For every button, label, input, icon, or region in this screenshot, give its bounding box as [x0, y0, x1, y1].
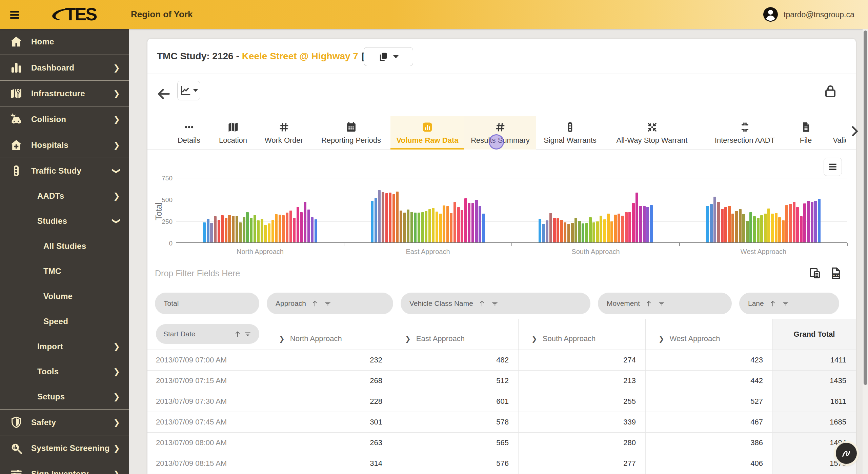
filter-icon	[658, 299, 666, 308]
bar	[468, 203, 470, 242]
tab-results-summary[interactable]: Results Summary	[464, 116, 536, 150]
pivot-field-total[interactable]: Total	[155, 293, 259, 314]
expand-chevron-icon[interactable]: ❯	[279, 335, 285, 343]
tabs-scroll-right-icon[interactable]	[848, 124, 861, 139]
bar	[757, 218, 760, 242]
pivot-filter-dropzone[interactable]: Drop Filter Fields Here XLSX	[147, 259, 856, 288]
tab-file[interactable]: File	[790, 116, 822, 150]
grand-total-header: Grand Total	[773, 319, 856, 350]
tab-all-way-stop-warrant[interactable]: All-Way Stop Warrant	[604, 116, 700, 150]
expand-chevron-icon[interactable]: ❯	[659, 335, 664, 343]
tab-location[interactable]: Location	[210, 116, 256, 150]
sidebar-item-sign-inventory[interactable]: Sign Inventory❯	[0, 461, 129, 474]
pivot-field-vehicle-class-name[interactable]: Vehicle Class Name	[401, 293, 590, 314]
sidebar-item-dashboard[interactable]: Dashboard❯	[0, 55, 129, 80]
sidebar-item-hospitals[interactable]: Hospitals❯	[0, 132, 129, 158]
scrollbar-thumb[interactable]	[864, 31, 867, 385]
bar	[603, 219, 606, 242]
sidebar-item-studies[interactable]: Studies❯	[0, 209, 129, 234]
pivot-field-lane[interactable]: Lane	[739, 293, 839, 314]
chart-plot-area	[176, 178, 847, 243]
bar	[275, 214, 278, 242]
sidebar-item-label: Collision	[31, 115, 66, 124]
cell-value: 467	[646, 412, 773, 432]
bar	[811, 202, 813, 242]
pivot-field-movement[interactable]: Movement	[598, 293, 732, 314]
sidebar-item-home[interactable]: Home	[0, 29, 129, 55]
sidebar-item-volume[interactable]: Volume	[0, 284, 129, 309]
bar	[300, 212, 303, 242]
bar-group-north-approach	[176, 178, 344, 242]
bar	[403, 213, 406, 242]
bar	[731, 214, 734, 242]
bar	[628, 212, 631, 242]
sidebar-item-label: Sign Inventory	[31, 469, 89, 474]
sidebar-item-tmc[interactable]: TMC	[0, 259, 129, 284]
export-xlsx-icon[interactable]: XLSX	[829, 266, 842, 280]
chevron-down-icon: ❯	[112, 218, 121, 224]
sidebar-item-tools[interactable]: Tools❯	[0, 359, 129, 384]
location-icon	[227, 121, 239, 133]
chart-menu-button[interactable]	[824, 158, 842, 176]
chevron-right-icon: ❯	[113, 392, 120, 401]
tab-details[interactable]: Details	[168, 116, 210, 150]
bar	[753, 216, 756, 242]
tab-validation[interactable]: Validation	[822, 116, 846, 150]
hamburger-menu-icon[interactable]	[9, 9, 20, 19]
details-icon	[183, 121, 195, 133]
chevron-right-icon: ❯	[113, 443, 120, 453]
tab-intersection-aadt[interactable]: Intersection AADT	[700, 116, 790, 150]
tab-work-order[interactable]: Work Order	[256, 116, 312, 150]
sidebar-item-aadts[interactable]: AADTs❯	[0, 183, 129, 209]
pivot-field-approach[interactable]: Approach	[267, 293, 393, 314]
bar	[646, 207, 649, 242]
sidebar-item-safety[interactable]: Safety❯	[0, 409, 129, 435]
copy-study-button[interactable]	[364, 47, 413, 66]
bar	[546, 220, 548, 242]
chart-type-button[interactable]	[177, 81, 200, 100]
bar	[585, 223, 588, 242]
bar	[453, 202, 456, 242]
sidebar-item-systemic-screening[interactable]: Systemic Screening❯	[0, 435, 129, 461]
svg-text:XLSX: XLSX	[832, 274, 840, 277]
sidebar-item-import[interactable]: Import❯	[0, 334, 129, 359]
sidebar-item-all-studies[interactable]: All Studies	[0, 234, 129, 259]
column-header-north-approach[interactable]: ❯North Approach	[266, 319, 392, 350]
cell-value: 277	[519, 453, 646, 474]
sort-up-icon	[311, 299, 319, 308]
column-header-south-approach[interactable]: ❯South Approach	[519, 319, 646, 350]
expand-chevron-icon[interactable]: ❯	[531, 335, 537, 343]
bar	[706, 206, 709, 242]
bar	[607, 214, 610, 242]
sidebar-item-setups[interactable]: Setups❯	[0, 384, 129, 409]
chevron-right-icon: ❯	[113, 367, 120, 376]
tab-reporting-periods[interactable]: Reporting Periods	[312, 116, 390, 150]
cell-value: 386	[646, 433, 773, 453]
lock-icon[interactable]	[823, 83, 838, 99]
assistant-fab-button[interactable]	[836, 443, 857, 464]
sidebar-item-label: Studies	[37, 216, 67, 226]
column-header-west-approach[interactable]: ❯West Approach	[646, 319, 773, 350]
bar	[800, 216, 803, 242]
sidebar-item-label: Volume	[43, 292, 73, 301]
user-email[interactable]: tpardo@tnsgroup.ca	[784, 10, 854, 19]
y-tick-label: 0	[152, 240, 173, 247]
pivot-field-start-date[interactable]: Start Date	[156, 324, 259, 344]
title-prefix: TMC Study: 2126 -	[157, 51, 239, 61]
sidebar-item-speed[interactable]: Speed	[0, 309, 129, 334]
bar	[596, 221, 599, 242]
export-copy-icon[interactable]	[808, 266, 822, 280]
tab-volume-raw-data[interactable]: Volume Raw Data	[390, 116, 464, 150]
bar	[739, 209, 742, 242]
column-header-east-approach[interactable]: ❯East Approach	[392, 319, 519, 350]
sidebar-item-traffic-study[interactable]: Traffic Study❯	[0, 158, 129, 183]
bar-group-east-approach	[344, 178, 512, 242]
bar	[567, 224, 570, 242]
back-button[interactable]	[156, 86, 171, 102]
sidebar-item-infrastructure[interactable]: Infrastructure❯	[0, 80, 129, 106]
tab-signal-warrants[interactable]: Signal Warrants	[536, 116, 604, 150]
bar	[571, 223, 574, 242]
user-avatar-icon[interactable]	[763, 7, 778, 22]
sidebar-item-collision[interactable]: Collision❯	[0, 106, 129, 132]
expand-chevron-icon[interactable]: ❯	[405, 335, 411, 343]
